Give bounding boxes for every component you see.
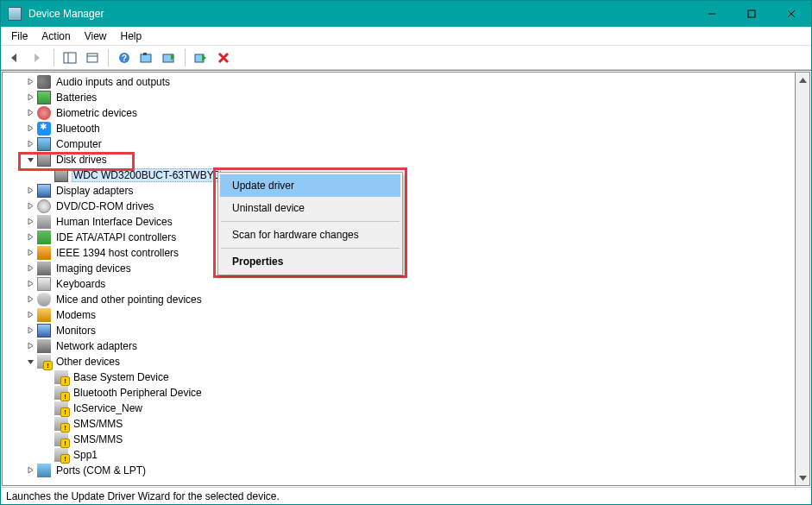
tree-item-label: IEEE 1394 host controllers [54,247,180,259]
expand-icon[interactable] [23,186,37,196]
scroll-down-button[interactable] [796,470,809,485]
tree-item-label: Display adapters [54,185,135,197]
help-button[interactable]: ? [115,48,134,67]
tree-item-label: DVD/CD-ROM drives [54,200,155,212]
scroll-up-button[interactable] [796,73,809,87]
menu-file[interactable]: File [4,28,35,44]
device-category[interactable]: Audio inputs and outputs [3,74,795,90]
device-item[interactable]: Base System Device [3,369,795,385]
expand-icon[interactable] [23,295,37,305]
expand-icon[interactable] [23,140,37,149]
expand-icon[interactable] [23,311,37,320]
tree-item-label: Computer [54,138,104,150]
bt-icon [37,122,51,136]
maximize-button[interactable] [732,1,771,27]
device-category[interactable]: Bluetooth [3,121,795,136]
tree-item-label: Disk drives [54,154,109,166]
warn-icon [54,448,68,462]
expand-icon[interactable] [23,233,37,243]
port-icon [37,464,51,477]
collapse-icon[interactable] [23,357,37,367]
minimize-button[interactable] [692,1,732,27]
device-tree[interactable]: Audio inputs and outputsBatteriesBiometr… [3,73,795,485]
menu-action[interactable]: Action [35,28,77,44]
disk-icon [37,153,51,167]
statusbar: Launches the Update Driver Wizard for th… [1,487,811,504]
device-item[interactable]: SMS/MMS [3,432,795,447]
expand-icon[interactable] [23,218,37,227]
dvd-icon [37,199,51,213]
hid-icon [37,215,51,229]
tree-item-label: Ports (COM & LPT) [54,464,148,477]
device-category[interactable]: Computer [3,136,795,152]
device-category[interactable]: Network adapters [3,338,795,354]
expand-icon[interactable] [23,93,37,103]
tree-item-label: IDE ATA/ATAPI controllers [54,231,178,243]
show-hide-tree-button[interactable] [60,48,79,67]
toolbar: ? [1,46,811,70]
scan-hardware-button[interactable] [137,48,156,67]
ide-icon [37,230,51,244]
context-menu-item[interactable]: Uninstall device [220,197,400,219]
back-button[interactable] [6,48,25,67]
expand-icon[interactable] [23,326,37,336]
tree-item-label: Modems [54,309,98,321]
close-button[interactable] [771,1,811,27]
forward-button[interactable] [28,48,47,67]
kb-icon [37,277,51,291]
device-category[interactable]: Disk drives [3,152,795,167]
expand-icon[interactable] [23,264,37,274]
device-item[interactable]: SMS/MMS [3,416,795,432]
expand-icon[interactable] [23,109,37,118]
device-category[interactable]: Monitors [3,323,795,338]
audio-icon [37,75,51,89]
enable-device-button[interactable] [192,48,211,67]
toolbar-sep [185,49,186,66]
device-item[interactable]: IcService_New [3,401,795,416]
device-category[interactable]: Biometric devices [3,105,795,121]
tree-item-label: Imaging devices [54,262,133,275]
device-item[interactable]: Spp1 [3,447,795,463]
device-category[interactable]: Mice and other pointing devices [3,292,795,307]
vertical-scrollbar[interactable] [796,72,810,486]
properties-button[interactable] [83,48,102,67]
titlebar[interactable]: Device Manager [1,1,811,27]
tree-item-label: Network adapters [54,340,139,352]
tree-item-label: Other devices [54,356,122,368]
uninstall-device-button[interactable] [214,48,233,67]
context-menu-item[interactable]: Properties [220,250,400,273]
expand-icon[interactable] [23,202,37,211]
batt-icon [37,91,51,104]
context-menu-item[interactable]: Update driver [220,174,400,197]
update-driver-button[interactable] [160,48,179,67]
menu-divider [221,248,400,249]
expand-icon[interactable] [23,466,37,476]
device-item[interactable]: Bluetooth Peripheral Device [3,385,795,401]
expand-icon[interactable] [23,78,37,87]
tree-item-label: Monitors [54,325,98,337]
expand-icon[interactable] [23,280,37,289]
expand-icon[interactable] [23,342,37,351]
svg-text:?: ? [122,54,127,63]
tree-item-label: Keyboards [54,278,107,290]
tree-item-label: IcService_New [72,402,144,414]
tree-item-label: Biometric devices [54,107,139,119]
device-category[interactable]: Modems [3,307,795,323]
expand-icon[interactable] [23,124,37,134]
tree-item-label: Mice and other pointing devices [54,294,204,306]
collapse-icon[interactable] [23,155,37,165]
expand-icon[interactable] [23,249,37,258]
scroll-track[interactable] [796,87,809,470]
device-category[interactable]: Other devices [3,354,795,369]
svg-rect-1 [748,10,755,17]
menu-divider [221,221,400,222]
tree-item-label: Spp1 [72,449,99,461]
device-category[interactable]: Batteries [3,90,795,105]
device-category[interactable]: Keyboards [3,276,795,292]
menu-help[interactable]: Help [114,28,149,44]
device-category[interactable]: Ports (COM & LPT) [3,463,795,478]
context-menu-item[interactable]: Scan for hardware changes [220,224,400,246]
menu-view[interactable]: View [78,28,114,44]
device-manager-window: Device Manager File Action View Help ? A… [0,0,812,505]
mon-icon [37,324,51,338]
